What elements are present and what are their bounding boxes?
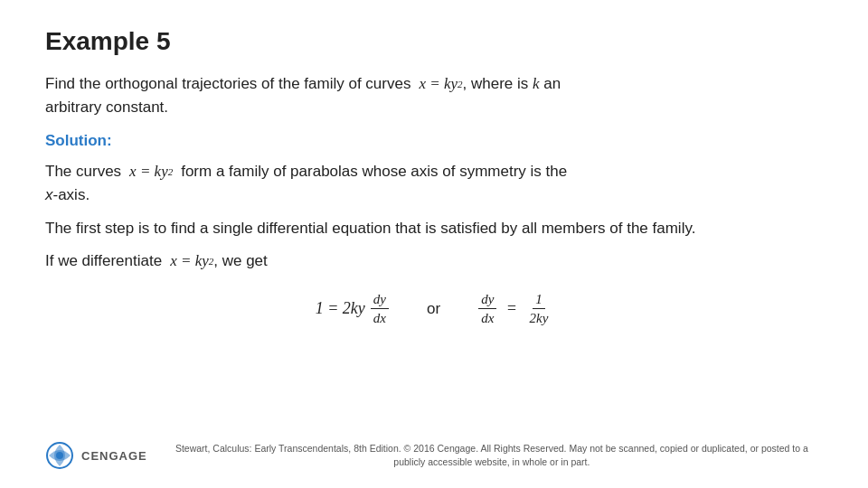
para4-formula: x = ky2 <box>166 249 213 273</box>
para2-post-start: form a family of parabolas whose axis of… <box>181 163 567 180</box>
footer: CENGAGE Stewart, Calculus: Early Transce… <box>45 434 823 470</box>
para2-xaxis: x-axis. <box>45 186 90 203</box>
paragraph-4: If we differentiate x = ky2 , we get <box>45 249 823 273</box>
fraction-1-2ky: 1 2ky <box>526 291 551 326</box>
paragraph-3: The first step is to find a single diffe… <box>45 217 823 240</box>
formula-right-eq: = <box>502 299 521 318</box>
fraction-numerator-dy2: dy <box>478 291 496 309</box>
or-label: or <box>427 300 440 318</box>
cengage-icon <box>45 441 74 470</box>
para1-post2-start: an <box>543 75 561 92</box>
formula-block: 1 = 2ky dy dx or dy dx = 1 2ky <box>45 291 823 326</box>
fraction-dydx-right: dy dx <box>478 291 496 326</box>
para2-formula: x = ky2 <box>126 160 177 183</box>
para1-k: k <box>533 75 540 92</box>
fraction-numerator-dy: dy <box>371 291 389 309</box>
cengage-logo: CENGAGE <box>45 441 147 470</box>
para1-pre: Find the orthogonal trajectories of the … <box>45 75 410 92</box>
paragraph-2: The curves x = ky2 form a family of para… <box>45 160 823 208</box>
formula-right: dy dx = 1 2ky <box>476 291 552 326</box>
footer-text: Stewart, Calculus: Early Transcendentals… <box>161 442 823 468</box>
para4-pre: If we differentiate <box>45 252 162 269</box>
fraction-numerator-1: 1 <box>533 291 545 309</box>
svg-point-1 <box>56 452 63 459</box>
fraction-dydx-left: dy dx <box>371 291 389 326</box>
formula-left: 1 = 2ky dy dx <box>316 291 391 326</box>
para4-post: , we get <box>213 252 268 269</box>
arbitrary-constant: arbitrary constant. <box>45 99 168 116</box>
fraction-denominator-2ky: 2ky <box>526 309 551 326</box>
fraction-denominator-dx2: dx <box>478 309 496 326</box>
para1-formula: x = ky2 <box>415 72 462 96</box>
page-title: Example 5 <box>45 27 823 56</box>
formula-left-lhs: 1 = 2ky <box>316 299 365 318</box>
fraction-denominator-dx: dx <box>371 309 389 326</box>
para2-pre: The curves <box>45 163 121 180</box>
cengage-label: CENGAGE <box>81 449 147 463</box>
para1-post: , where is <box>463 75 529 92</box>
page: Example 5 Find the orthogonal trajectori… <box>0 0 868 488</box>
solution-label: Solution: <box>45 129 823 153</box>
paragraph-1: Find the orthogonal trajectories of the … <box>45 72 823 120</box>
